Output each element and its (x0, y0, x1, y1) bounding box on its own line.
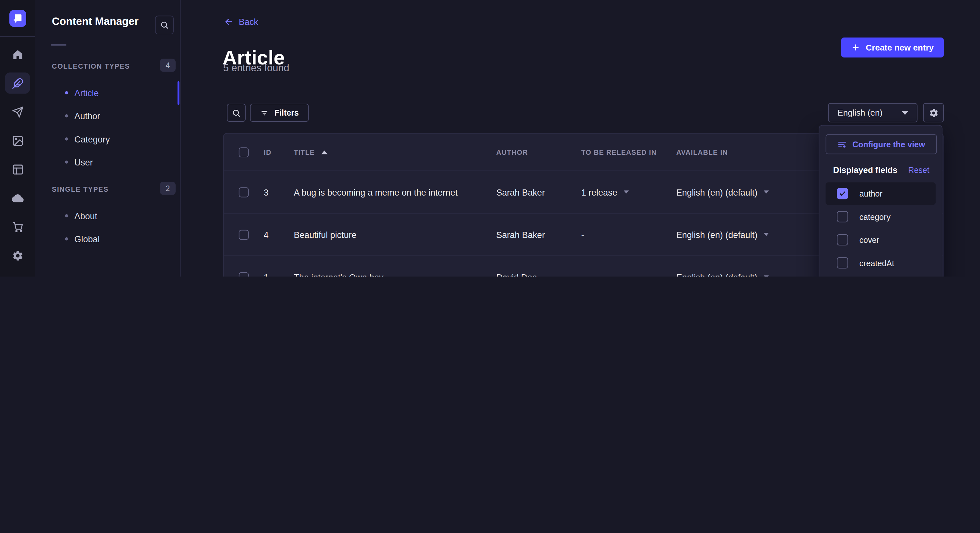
locale-value: English (en) (837, 108, 883, 117)
cell-available-value: English (en) (default) (676, 187, 758, 197)
field-option-category[interactable]: category (826, 205, 935, 228)
cell-id-value: 1 (264, 272, 269, 276)
back-link[interactable]: Back (224, 17, 258, 27)
strapi-logo-icon (9, 10, 26, 27)
field-label: cover (859, 235, 879, 244)
cell-id-value: 3 (264, 187, 269, 197)
checkbox-unchecked[interactable] (837, 257, 848, 269)
nav-home-button[interactable] (5, 44, 30, 65)
sidebar-item-label: About (74, 211, 97, 221)
chevron-down-icon (624, 190, 628, 194)
column-header-released[interactable]: TO BE RELEASED IN (581, 148, 676, 156)
section-count-badge: 4 (160, 59, 176, 71)
strapi-admin: KD Content Manager COLLECTION TYPES4Arti… (0, 0, 980, 276)
logo-section (0, 0, 35, 37)
view-settings-button[interactable] (923, 103, 944, 122)
field-option-cover[interactable]: cover (826, 228, 935, 251)
configure-view-button[interactable]: Configure the view (826, 134, 937, 154)
sidebar-item-label: Global (74, 234, 100, 244)
icon-sidebar: KD (0, 0, 36, 276)
settings-icon (12, 249, 24, 261)
cell-title-value: A bug is becoming a meme on the internet (294, 187, 458, 197)
filters-button[interactable]: Filters (250, 104, 309, 122)
column-header-title-label: TITLE (294, 148, 315, 156)
reset-button[interactable]: Reset (908, 165, 929, 175)
field-option-author[interactable]: author (826, 182, 935, 205)
cell-title: A bug is becoming a meme on the internet (294, 187, 496, 197)
nav-marketplace-button[interactable] (5, 216, 30, 237)
bullet-icon (65, 137, 68, 141)
column-header-author[interactable]: AUTHOR (496, 148, 581, 156)
nav-settings-button[interactable] (5, 245, 30, 266)
select-all-checkbox[interactable] (239, 147, 249, 157)
field-option-createdAt[interactable]: createdAt (826, 252, 935, 274)
cell-available-value: English (en) (default) (676, 272, 758, 276)
arrow-left-icon (224, 17, 234, 27)
cell-release-value: - (581, 272, 584, 276)
cell-release-value: - (581, 230, 584, 240)
strapi-logo[interactable] (9, 10, 26, 27)
bullet-icon (65, 214, 68, 217)
check-icon (839, 190, 846, 197)
home-icon (12, 48, 24, 60)
field-option-createdBy[interactable]: createdBy (826, 275, 935, 276)
field-label: category (859, 212, 891, 222)
nav-content-type-builder-button[interactable] (5, 159, 30, 180)
sidebar-item-label: Category (74, 134, 110, 144)
chevron-down-icon (764, 275, 769, 276)
section-header: COLLECTION TYPES4 (35, 59, 180, 73)
nav-media-library-button[interactable] (5, 130, 30, 151)
nav-content-manager-button[interactable] (5, 73, 30, 94)
cell-id: 1 (264, 272, 294, 276)
sidebar-item-label: User (74, 157, 93, 167)
checkbox-unchecked[interactable] (837, 234, 848, 246)
section-list: AboutGlobal (35, 204, 180, 251)
row-checkbox[interactable] (239, 272, 249, 276)
sidebar-item-category[interactable]: Category (35, 127, 180, 150)
cell-title: The internet's Own boy (294, 272, 496, 276)
sidebar-search-button[interactable] (155, 16, 174, 34)
deploy-cloud-icon (12, 192, 24, 204)
cell-release: - (581, 230, 676, 240)
row-checkbox[interactable] (239, 230, 249, 240)
chevron-down-icon (902, 111, 908, 115)
nav-releases-button[interactable] (5, 101, 30, 122)
active-item-indicator (178, 81, 180, 105)
sidebar-item-article[interactable]: Article (35, 81, 180, 104)
main-nav (0, 44, 35, 274)
sidebar-item-user[interactable]: User (35, 151, 180, 174)
section-list: ArticleAuthorCategoryUser (35, 81, 180, 174)
row-checkbox[interactable] (239, 187, 249, 197)
sidebar-item-global[interactable]: Global (35, 227, 180, 250)
checkbox-unchecked[interactable] (837, 211, 848, 222)
field-label: createdAt (859, 258, 894, 268)
plus-icon (851, 43, 860, 52)
table-search-button[interactable] (227, 104, 246, 122)
content-manager-sidebar: Content Manager COLLECTION TYPES4Article… (35, 0, 180, 276)
create-button-label: Create new entry (865, 43, 934, 52)
sidebar-title: Content Manager (52, 16, 139, 28)
displayed-fields-title: Displayed fields (833, 165, 897, 175)
nav-deploy-cloud-button[interactable] (5, 187, 30, 209)
chevron-down-icon (764, 190, 769, 194)
filter-icon (260, 108, 269, 117)
cell-release-value: 1 release (581, 187, 617, 197)
locale-select[interactable]: English (en) (828, 103, 918, 122)
checkbox-checked[interactable] (837, 188, 848, 199)
configure-list-icon (837, 140, 847, 149)
main-content: Back Article 5 entries found Create new … (180, 0, 980, 276)
cell-id: 3 (264, 187, 294, 197)
cell-title: Beautiful picture (294, 230, 496, 240)
sidebar-item-label: Author (74, 111, 100, 121)
sidebar-item-author[interactable]: Author (35, 104, 180, 127)
column-header-id[interactable]: ID (264, 148, 294, 156)
column-header-title[interactable]: TITLE (294, 148, 496, 156)
displayed-fields-list: authorcategorycovercreatedAtcreatedBydes… (826, 182, 935, 276)
cell-release[interactable]: 1 release (581, 187, 676, 197)
create-new-entry-button[interactable]: Create new entry (841, 38, 944, 58)
sidebar-item-about[interactable]: About (35, 204, 180, 227)
cell-title-value: Beautiful picture (294, 230, 356, 240)
back-label: Back (239, 17, 258, 27)
cell-author-value: Sarah Baker (496, 230, 545, 240)
entries-count: 5 entries found (223, 62, 289, 74)
